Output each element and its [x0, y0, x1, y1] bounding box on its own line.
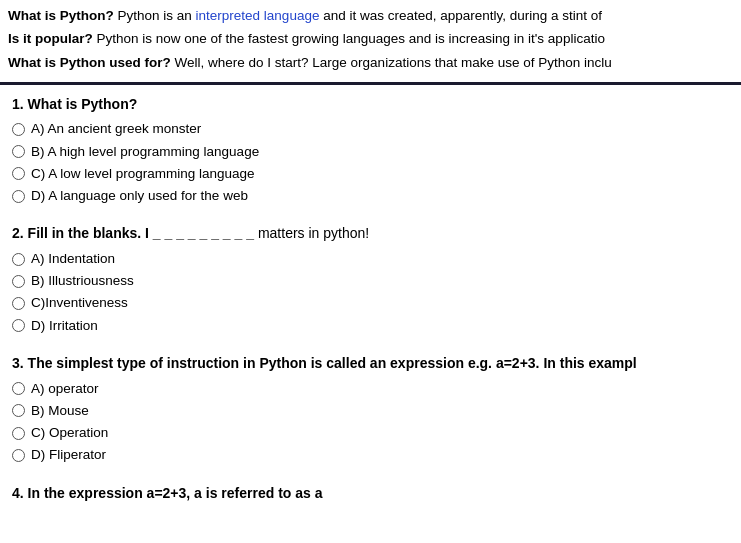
info-text-3: Well, where do I start? Large organizati…: [171, 55, 612, 70]
question-text-1: 1. What is Python?: [12, 95, 731, 115]
option-label-q2-2: B) Illustriousness: [31, 271, 134, 291]
option-label-q3-2: B) Mouse: [31, 401, 89, 421]
option-label-q1-4: D) A language only used for the web: [31, 186, 248, 206]
info-text-1: Python is an: [114, 8, 196, 23]
question-block-2: 2. Fill in the blanks. I _ _ _ _ _ _ _ _…: [12, 224, 731, 336]
radio-q1-opt1[interactable]: [12, 123, 25, 136]
option-label-q1-1: A) An ancient greek monster: [31, 119, 201, 139]
question-bold-2: Fill in the blanks. I _ _ _ _ _ _ _ _ _: [28, 225, 254, 241]
question-number-2: 2.: [12, 225, 28, 241]
radio-q2-opt3[interactable]: [12, 297, 25, 310]
question-block-3: 3. The simplest type of instruction in P…: [12, 354, 731, 466]
radio-q1-opt2[interactable]: [12, 145, 25, 158]
question-block-1: 1. What is Python?A) An ancient greek mo…: [12, 95, 731, 207]
question-number-3: 3.: [12, 355, 28, 371]
option-label-q2-4: D) Irritation: [31, 316, 98, 336]
radio-q2-opt2[interactable]: [12, 275, 25, 288]
question-bold-4: In the expression a=2+3, a is referred t…: [28, 485, 323, 501]
option-row-q2-3[interactable]: C)Inventiveness: [12, 293, 731, 313]
radio-q2-opt1[interactable]: [12, 253, 25, 266]
option-row-q3-1[interactable]: A) operator: [12, 379, 731, 399]
radio-q1-opt4[interactable]: [12, 190, 25, 203]
questions-section: 1. What is Python?A) An ancient greek mo…: [0, 85, 741, 531]
radio-q3-opt3[interactable]: [12, 427, 25, 440]
question-text-4: 4. In the expression a=2+3, a is referre…: [12, 484, 731, 504]
option-label-q3-1: A) operator: [31, 379, 99, 399]
option-row-q1-1[interactable]: A) An ancient greek monster: [12, 119, 731, 139]
option-row-q1-3[interactable]: C) A low level programming language: [12, 164, 731, 184]
info-line-1: What is Python? Python is an interpreted…: [8, 6, 733, 26]
info-line-3: What is Python used for? Well, where do …: [8, 53, 733, 73]
option-row-q2-2[interactable]: B) Illustriousness: [12, 271, 731, 291]
info-section: What is Python? Python is an interpreted…: [0, 0, 741, 85]
question-bold-3: The simplest type of instruction in Pyth…: [28, 355, 637, 371]
option-label-q3-4: D) Fliperator: [31, 445, 106, 465]
radio-q1-opt3[interactable]: [12, 167, 25, 180]
radio-q3-opt2[interactable]: [12, 404, 25, 417]
radio-q2-opt4[interactable]: [12, 319, 25, 332]
info-rest-1: and it was created, apparently, during a…: [319, 8, 602, 23]
info-label-3: What is Python used for?: [8, 55, 171, 70]
option-row-q3-2[interactable]: B) Mouse: [12, 401, 731, 421]
option-label-q3-3: C) Operation: [31, 423, 108, 443]
option-row-q2-4[interactable]: D) Irritation: [12, 316, 731, 336]
option-row-q1-2[interactable]: B) A high level programming language: [12, 142, 731, 162]
option-row-q1-4[interactable]: D) A language only used for the web: [12, 186, 731, 206]
option-label-q1-3: C) A low level programming language: [31, 164, 255, 184]
option-label-q2-3: C)Inventiveness: [31, 293, 128, 313]
interpreted-language-link[interactable]: interpreted language: [196, 8, 320, 23]
question-number-4: 4.: [12, 485, 28, 501]
option-label-q2-1: A) Indentation: [31, 249, 115, 269]
question-number-1: 1.: [12, 96, 28, 112]
info-line-2: Is it popular? Python is now one of the …: [8, 29, 733, 49]
option-row-q2-1[interactable]: A) Indentation: [12, 249, 731, 269]
radio-q3-opt4[interactable]: [12, 449, 25, 462]
option-label-q1-2: B) A high level programming language: [31, 142, 259, 162]
question-text-2: 2. Fill in the blanks. I _ _ _ _ _ _ _ _…: [12, 224, 731, 244]
radio-q3-opt1[interactable]: [12, 382, 25, 395]
question-text-3: 3. The simplest type of instruction in P…: [12, 354, 731, 374]
question-block-4: 4. In the expression a=2+3, a is referre…: [12, 484, 731, 504]
info-label-2: Is it popular?: [8, 31, 93, 46]
option-row-q3-3[interactable]: C) Operation: [12, 423, 731, 443]
question-extra-2: matters in python!: [254, 225, 369, 241]
info-label-1: What is Python?: [8, 8, 114, 23]
question-bold-1: What is Python?: [28, 96, 138, 112]
info-text-2: Python is now one of the fastest growing…: [93, 31, 605, 46]
option-row-q3-4[interactable]: D) Fliperator: [12, 445, 731, 465]
